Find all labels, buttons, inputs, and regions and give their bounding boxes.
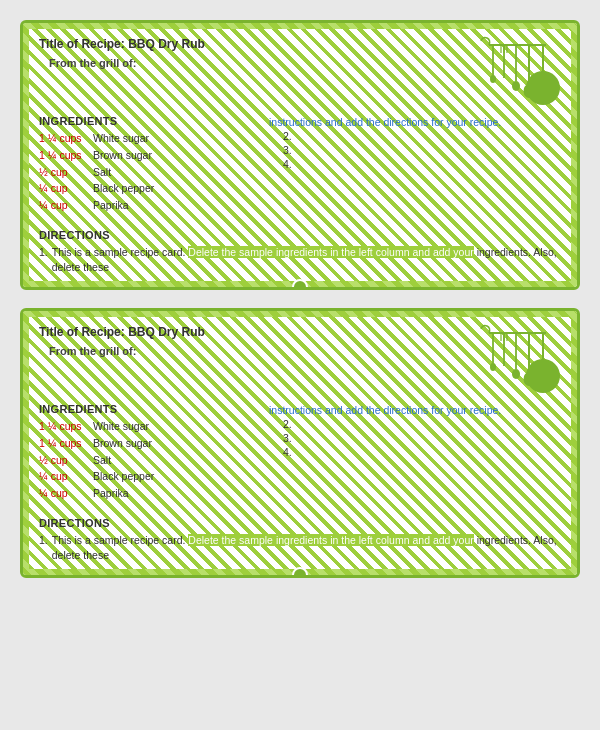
ingredient-row: ¼ cup Black pepper	[39, 469, 259, 485]
ingredient-row: 1 ¼ cups Brown sugar	[39, 148, 259, 164]
ingredient-row: ¼ cup Paprika	[39, 486, 259, 502]
direction-text: This is a sample recipe card. Delete the…	[52, 245, 561, 275]
ingredient-row: ¼ cup Paprika	[39, 198, 259, 214]
instructions-prompt: instructions and add the directions for …	[269, 404, 501, 416]
ingredient-amount: ¼ cup	[39, 181, 89, 197]
ingredients-section: INGREDIENTS 1 ¼ cups White sugar 1 ¼ cup…	[39, 115, 259, 215]
instructions-section: instructions and add the directions for …	[269, 403, 561, 503]
ingredient-row: ½ cup Salt	[39, 453, 259, 469]
ingredient-name: Black pepper	[93, 469, 154, 485]
direction-num: 1.	[39, 533, 48, 563]
card-body: INGREDIENTS 1 ¼ cups White sugar 1 ¼ cup…	[39, 403, 561, 503]
ingredient-name: Salt	[93, 165, 111, 181]
card-inner: Title of Recipe: BBQ Dry Rub From the gr…	[39, 37, 561, 275]
utensils-illustration	[451, 321, 561, 401]
svg-point-25	[526, 359, 560, 393]
ingredient-amount: 1 ¼ cups	[39, 148, 89, 164]
recipe-card-1: Title of Recipe: BBQ Dry Rub From the gr…	[20, 20, 580, 290]
card-body: INGREDIENTS 1 ¼ cups White sugar 1 ¼ cup…	[39, 115, 561, 215]
directions-content: 1. This is a sample recipe card. Delete …	[39, 533, 561, 563]
ingredient-row: 1 ¼ cups White sugar	[39, 131, 259, 147]
ingredient-amount: ¼ cup	[39, 469, 89, 485]
instruction-num-item: 4.	[269, 446, 561, 458]
ingredients-section: INGREDIENTS 1 ¼ cups White sugar 1 ¼ cup…	[39, 403, 259, 503]
ingredient-row: 1 ¼ cups White sugar	[39, 419, 259, 435]
instruction-num-item: 2.	[269, 418, 561, 430]
ingredients-title: INGREDIENTS	[39, 403, 259, 415]
ingredient-row: ¼ cup Black pepper	[39, 181, 259, 197]
ingredients-title: INGREDIENTS	[39, 115, 259, 127]
bottom-decoration	[292, 567, 308, 578]
ingredient-amount: ½ cup	[39, 165, 89, 181]
ingredient-amount: 1 ¼ cups	[39, 436, 89, 452]
ingredient-name: White sugar	[93, 419, 149, 435]
ingredient-name: Brown sugar	[93, 148, 152, 164]
ingredient-amount: 1 ¼ cups	[39, 131, 89, 147]
svg-point-15	[490, 363, 496, 371]
direction-text-highlight: Delete the sample ingredients in the lef…	[188, 246, 473, 258]
svg-point-21	[512, 369, 520, 379]
ingredient-amount: ¼ cup	[39, 198, 89, 214]
ingredient-row: ½ cup Salt	[39, 165, 259, 181]
recipe-title: Title of Recipe: BBQ Dry Rub	[39, 325, 451, 339]
directions-section: DIRECTIONS 1. This is a sample recipe ca…	[39, 229, 561, 275]
directions-section: DIRECTIONS 1. This is a sample recipe ca…	[39, 517, 561, 563]
bottom-decoration	[292, 279, 308, 290]
directions-title: DIRECTIONS	[39, 517, 561, 529]
ingredient-name: Brown sugar	[93, 436, 152, 452]
direction-item-1: 1. This is a sample recipe card. Delete …	[39, 245, 561, 275]
directions-title: DIRECTIONS	[39, 229, 561, 241]
ingredient-amount: ¼ cup	[39, 486, 89, 502]
ingredient-row: 1 ¼ cups Brown sugar	[39, 436, 259, 452]
ingredient-amount: ½ cup	[39, 453, 89, 469]
direction-num: 1.	[39, 245, 48, 275]
instruction-num-item: 3.	[269, 144, 561, 156]
instructions-list: 2. 3. 4.	[269, 130, 561, 170]
instructions-list: 2. 3. 4.	[269, 418, 561, 458]
ingredient-name: Salt	[93, 453, 111, 469]
ingredient-name: White sugar	[93, 131, 149, 147]
recipe-from: From the grill of:	[39, 57, 451, 69]
recipe-from: From the grill of:	[39, 345, 451, 357]
direction-item-1: 1. This is a sample recipe card. Delete …	[39, 533, 561, 563]
instructions-section: instructions and add the directions for …	[269, 115, 561, 215]
card-inner: Title of Recipe: BBQ Dry Rub From the gr…	[39, 325, 561, 563]
svg-point-2	[490, 75, 496, 83]
svg-point-12	[526, 71, 560, 105]
card-title-section: Title of Recipe: BBQ Dry Rub From the gr…	[39, 325, 451, 367]
ingredient-amount: 1 ¼ cups	[39, 419, 89, 435]
card-header: Title of Recipe: BBQ Dry Rub From the gr…	[39, 325, 561, 401]
svg-point-8	[512, 81, 520, 91]
recipe-title: Title of Recipe: BBQ Dry Rub	[39, 37, 451, 51]
instruction-num-item: 2.	[269, 130, 561, 142]
ingredient-name: Black pepper	[93, 181, 154, 197]
directions-content: 1. This is a sample recipe card. Delete …	[39, 245, 561, 275]
instruction-num-item: 4.	[269, 158, 561, 170]
direction-text: This is a sample recipe card. Delete the…	[52, 533, 561, 563]
instructions-prompt: instructions and add the directions for …	[269, 116, 501, 128]
utensils-illustration	[451, 33, 561, 113]
recipe-card-2: Title of Recipe: BBQ Dry Rub From the gr…	[20, 308, 580, 578]
card-header: Title of Recipe: BBQ Dry Rub From the gr…	[39, 37, 561, 113]
ingredient-name: Paprika	[93, 486, 129, 502]
instruction-num-item: 3.	[269, 432, 561, 444]
direction-text-highlight: Delete the sample ingredients in the lef…	[188, 534, 473, 546]
ingredient-name: Paprika	[93, 198, 129, 214]
card-title-section: Title of Recipe: BBQ Dry Rub From the gr…	[39, 37, 451, 79]
